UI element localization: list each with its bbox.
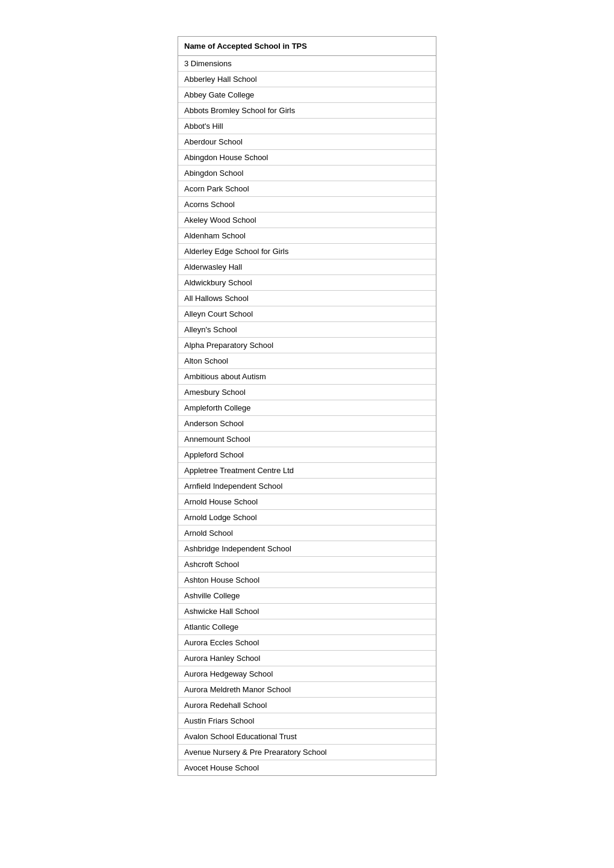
table-row: Arnold Lodge School [178, 510, 436, 525]
table-row: Alton School [178, 353, 436, 369]
table-body: 3 DimensionsAbberley Hall SchoolAbbey Ga… [178, 56, 436, 775]
table-row: Avocet House School [178, 760, 436, 775]
table-row: Abbot's Hill [178, 119, 436, 134]
table-row: Alderwasley Hall [178, 259, 436, 275]
table-row: Ampleforth College [178, 400, 436, 416]
table-row: Acorn Park School [178, 181, 436, 197]
table-header: Name of Accepted School in TPS [178, 37, 436, 56]
table-row: Abbey Gate College [178, 87, 436, 103]
table-row: All Hallows School [178, 291, 436, 306]
table-row: Aurora Meldreth Manor School [178, 682, 436, 698]
table-row: Appletree Treatment Centre Ltd [178, 463, 436, 479]
table-row: Atlantic College [178, 619, 436, 635]
table-row: Aurora Eccles School [178, 635, 436, 651]
table-row: Arnold House School [178, 494, 436, 510]
table-row: Ambitious about Autism [178, 369, 436, 385]
table-row: Abingdon House School [178, 150, 436, 166]
table-row: Aldenham School [178, 228, 436, 244]
table-row: Abberley Hall School [178, 72, 436, 87]
table-row: Arnold School [178, 525, 436, 541]
table-row: Aberdour School [178, 134, 436, 150]
table-row: Akeley Wood School [178, 212, 436, 228]
table-row: Aurora Redehall School [178, 698, 436, 713]
table-row: Annemount School [178, 432, 436, 447]
table-row: Acorns School [178, 197, 436, 212]
table-row: Abingdon School [178, 166, 436, 181]
table-row: 3 Dimensions [178, 56, 436, 72]
table-row: Alderley Edge School for Girls [178, 244, 436, 259]
table-row: Ashville College [178, 588, 436, 604]
table-row: Aurora Hanley School [178, 651, 436, 666]
table-row: Avenue Nursery & Pre Prearatory School [178, 745, 436, 760]
table-row: Alleyn's School [178, 322, 436, 338]
table-row: Ashbridge Independent School [178, 541, 436, 557]
table-row: Alleyn Court School [178, 306, 436, 322]
table-row: Appleford School [178, 447, 436, 463]
table-row: Arnfield Independent School [178, 479, 436, 494]
table-row: Ashton House School [178, 572, 436, 588]
table-row: Anderson School [178, 416, 436, 432]
table-row: Amesbury School [178, 385, 436, 400]
table-row: Ashcroft School [178, 557, 436, 572]
table-row: Abbots Bromley School for Girls [178, 103, 436, 119]
accepted-schools-table: Name of Accepted School in TPS 3 Dimensi… [178, 36, 436, 776]
table-row: Aurora Hedgeway School [178, 666, 436, 682]
table-row: Aldwickbury School [178, 275, 436, 291]
table-row: Avalon School Educational Trust [178, 729, 436, 745]
table-row: Ashwicke Hall School [178, 604, 436, 619]
table-row: Alpha Preparatory School [178, 338, 436, 353]
table-row: Austin Friars School [178, 713, 436, 729]
